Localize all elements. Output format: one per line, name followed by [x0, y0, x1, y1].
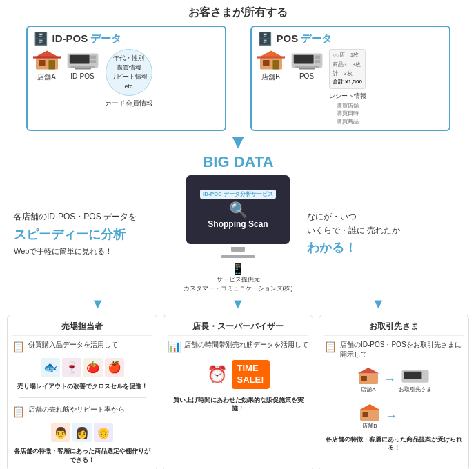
- arrow-down-bigdata: ▼: [0, 132, 476, 152]
- card-bubble: 年代・性別購買情報リピート情報 etc: [106, 49, 152, 96]
- pos-database-icon: 🗄️: [257, 31, 272, 46]
- tomato-icon: 🍅: [83, 358, 103, 377]
- svg-rect-15: [257, 56, 285, 58]
- arrow-col-2: ▼: [231, 296, 245, 312]
- svg-marker-24: [358, 368, 379, 373]
- svg-rect-28: [363, 412, 368, 417]
- arrow-right-icon: →: [384, 372, 396, 387]
- pos-compare: お取引先さま: [399, 366, 432, 393]
- card1-divider: [19, 397, 146, 398]
- card1-content: 📋 併買購入品データを活用して 🐟 🍷 🍅 🍎 売り場レイアウトの改善でクロスセ…: [12, 340, 152, 465]
- store-b-item: 店舗B: [257, 49, 285, 82]
- store-b-compare-row: 店舗B →: [324, 403, 464, 430]
- store-a-icon: [33, 49, 61, 71]
- card1-footer1: 売り場レイアウトの改善でクロスセルを促進！: [12, 382, 152, 391]
- monitor-service-name: Shopping Scan: [208, 219, 268, 229]
- card3-text1: 店舗のID-POS・POSをお取引先さまに開示して: [340, 340, 464, 359]
- card1-header: 売場担当者: [12, 321, 152, 336]
- pos-inner: 店舗B POS ○○店 1枚 商品3 3枚 計 3枚: [257, 49, 444, 126]
- apple-icon: 🍎: [105, 358, 124, 377]
- left-line3: Webで手軽に簡単に見れる！: [14, 245, 170, 258]
- card-info-item: 年代・性別購買情報リピート情報 etc カード会員情報: [105, 49, 153, 108]
- store-b-compare-label: 店舗B: [362, 422, 377, 430]
- clipboard3-icon: 📋: [324, 340, 337, 353]
- svg-rect-10: [75, 68, 91, 69]
- svg-rect-23: [361, 376, 367, 381]
- wine-icon: 🍷: [62, 358, 81, 377]
- pos-title: 🗄️ POS データ: [257, 31, 444, 46]
- left-description: 各店舗のID-POS・POS データを スピーディーに分析 Webで手軽に簡単に…: [14, 210, 170, 258]
- card1-row2: 📋 店舗の売れ筋やリピート率から: [12, 405, 152, 418]
- store-compare-area: 店舗A → お取引先さま: [324, 366, 464, 393]
- clipboard2-icon: 📋: [12, 405, 26, 418]
- card2-content: 📊 店舗の時間帯別売れ筋データを活用して ⏰ TIMESALE! 買い上げ時間に…: [168, 340, 308, 413]
- idpos-inner: 店舗A ID-POS 年代・性別購買情報リピート情報 etc: [33, 49, 219, 108]
- arrow-col-1: ▼: [91, 296, 105, 312]
- svg-rect-12: [263, 60, 270, 66]
- pos2-device-icon: [289, 49, 325, 71]
- left-line2: スピーディーに分析: [14, 224, 170, 246]
- monitor-stand: [231, 247, 245, 252]
- arrow-right2-icon: →: [385, 409, 397, 423]
- right-line3: わかる！: [307, 237, 463, 259]
- store-a-label: 店舗A: [37, 72, 56, 82]
- pos-device-item: POS: [289, 49, 325, 80]
- store-a-compare-label: 店舗A: [361, 386, 375, 393]
- center-monitor: ID-POS データ分析サービス 🔍 Shopping Scan 📱 サービス提…: [184, 175, 293, 293]
- big-data-label: BIG DATA: [0, 153, 476, 171]
- card3-title: お取引先さま: [369, 321, 419, 331]
- monitor-base: [221, 255, 255, 258]
- receipt-bubble: ○○店 1枚 商品3 3枚 計 3枚 合計 ¥1,500: [329, 49, 366, 89]
- arrow-col-3: ▼: [371, 296, 385, 312]
- card-sales-staff: 売場担当者 📋 併買購入品データを活用して 🐟 🍷 🍅 🍎 売り場レイアウトの改…: [7, 315, 157, 469]
- clock-icon: ⏰: [207, 365, 228, 384]
- receipt-label: レシート情報: [329, 92, 366, 101]
- card3-footer: 各店舗の特徴・客層にあった商品提案が受けられる！: [324, 435, 464, 452]
- card3-header: お取引先さま: [324, 321, 464, 336]
- svg-rect-17: [293, 55, 313, 64]
- card1-images: 🐟 🍷 🍅 🍎: [12, 358, 152, 377]
- card1-text2: 店舗の売れ筋やリピート率から: [28, 405, 125, 415]
- phone-icon: 📱: [231, 262, 245, 275]
- person1-icon: 👨: [51, 423, 70, 442]
- card2-title: 店長・スーパーバイザー: [192, 321, 284, 331]
- monitor-search-icon: 🔍: [229, 201, 248, 219]
- svg-rect-19: [315, 60, 320, 63]
- card-partner: お取引先さま 📋 店舗のID-POS・POSをお取引先さまに開示して 店舗A →: [319, 315, 469, 469]
- pos-title-text: POS データ: [277, 32, 333, 46]
- data-boxes-row: 🗄️ ID-POS データ 店舗A: [0, 26, 476, 131]
- card1-text1: 併買購入品データを活用して: [28, 340, 118, 350]
- svg-marker-29: [359, 404, 381, 410]
- pos-compare-icon: [400, 366, 430, 386]
- idpos-device-label: ID-POS: [70, 72, 94, 80]
- store-b-icon: [257, 49, 285, 71]
- store-b-compare-icon: [357, 403, 382, 422]
- svg-rect-13: [272, 60, 279, 70]
- right-line2: いくらで・誰に 売れたか: [307, 223, 463, 237]
- database-icon: 🗄️: [33, 31, 48, 46]
- person2-icon: 👩: [72, 423, 92, 442]
- store-b-compare: 店舗B: [357, 403, 382, 430]
- svg-rect-18: [315, 56, 320, 59]
- pos-device-icon: [65, 49, 101, 71]
- store-a-compare-icon: [356, 366, 381, 386]
- page-title: お客さまが所有する: [0, 0, 476, 23]
- pos-box: 🗄️ POS データ 店舗B: [250, 26, 450, 131]
- page-header: お客さまが所有する: [0, 0, 476, 23]
- card2-row1: 📊 店舗の時間帯別売れ筋データを活用して: [168, 340, 308, 353]
- svg-rect-9: [70, 66, 95, 68]
- svg-rect-7: [90, 56, 96, 59]
- right-line1: なにが・いつ: [307, 210, 463, 223]
- idpos-title: 🗄️ ID-POS データ: [33, 31, 219, 46]
- svg-rect-4: [33, 56, 61, 58]
- card2-footer: 買い上げ時間にあわせた効果的な販促施策を実施！: [168, 396, 308, 413]
- card1-title: 売場担当者: [61, 321, 103, 331]
- card1-footer2: 各店舗の特徴・客層にあった商品選定や棚作りができる！: [12, 447, 152, 464]
- card1-people: 👨 👩 👴: [12, 423, 152, 442]
- svg-rect-26: [404, 371, 421, 379]
- store-a-item: 店舗A: [33, 49, 61, 82]
- time-sale-badge: TIMESALE!: [232, 360, 270, 389]
- provider-info: 📱 サービス提供元 カスタマー・コミュニケーションズ(株): [184, 262, 293, 293]
- svg-rect-6: [69, 55, 89, 64]
- store-a-compare: 店舗A: [356, 366, 381, 393]
